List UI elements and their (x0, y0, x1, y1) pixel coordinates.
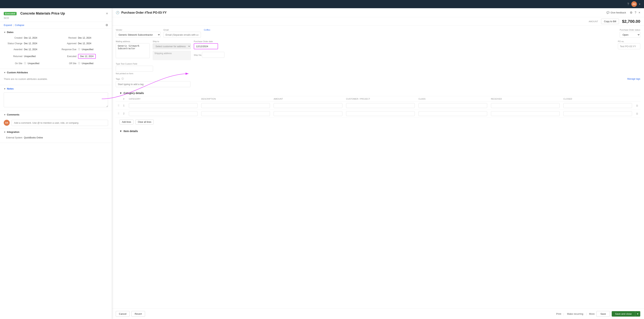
save-close-group: Save and close ▾ (612, 311, 640, 317)
category-input[interactable] (129, 111, 198, 116)
po-header: 🕐 Purchase Order #Test PO-03-YY 💬 Give f… (112, 8, 644, 17)
closed-input[interactable] (563, 111, 632, 116)
email-input[interactable] (164, 32, 201, 38)
col-delete (634, 96, 640, 102)
date-row: Off Site ⓘ Unspecified (58, 61, 108, 66)
date-label: Executed (58, 55, 76, 58)
dates-content: Created Dec 12, 2024 Revised Dec 12, 202… (0, 35, 112, 69)
comment-input-row: AA (4, 120, 108, 126)
po-header-actions: 💬 Give feedback ⚙ ? × (605, 10, 640, 15)
item-details-header[interactable]: ▼ Item details (116, 128, 640, 134)
expand-link[interactable]: Expand (4, 24, 12, 26)
notes-header[interactable]: ▼ Notes (0, 85, 112, 92)
external-system-label: External System (4, 136, 22, 139)
separator: | (586, 313, 587, 315)
date-value: Dec 12, 2024 (24, 36, 37, 39)
date-value: Dec 12, 2024 (24, 48, 37, 51)
date-value: Unspecified (28, 62, 40, 65)
ship-to-select[interactable]: Select customer for address (153, 43, 191, 49)
mailing-address-textarea[interactable]: Generic Sitework Subcontractor (116, 43, 150, 58)
more-button[interactable]: More (589, 313, 595, 315)
vendor-select[interactable]: Generic Sitework Subcontractor (116, 32, 160, 38)
class-input[interactable] (418, 111, 487, 116)
close-button[interactable]: × (106, 11, 108, 15)
email-field: Email (164, 29, 201, 38)
notes-section: ▼ Notes (0, 85, 112, 111)
po-form: Vendor Generic Sitework Subcontractor Em… (112, 26, 644, 137)
add-lines-button[interactable]: Add lines (120, 120, 134, 124)
chevron-down-icon: ▼ (120, 130, 122, 133)
description-input[interactable] (201, 103, 270, 108)
table-header-row: # CATEGORY DESCRIPTION AMOUNT CUSTOMER /… (116, 96, 640, 102)
integration-header[interactable]: ▼ Integration (0, 128, 112, 135)
ship-via-input[interactable] (202, 52, 224, 58)
table-row: ⠿ 2 🗑 (116, 110, 640, 118)
email-label: Email (164, 29, 201, 31)
description-input[interactable] (201, 111, 270, 116)
manage-tags-link[interactable]: Manage tags (628, 78, 640, 80)
shipping-address-label: Shipping address (154, 52, 172, 55)
col-amount: AMOUNT (272, 96, 344, 102)
vendor-label: Vendor (116, 29, 160, 31)
delete-row-icon[interactable]: 🗑 (636, 112, 638, 115)
notes-textarea[interactable] (4, 92, 108, 107)
col-num: # (121, 96, 127, 102)
avatar-dropdown-icon[interactable]: ▾ (639, 3, 640, 5)
cc-bcc-field: Cc/Bcc (204, 29, 222, 38)
comments-header[interactable]: ▼ Comments (0, 111, 112, 117)
delete-row-icon[interactable]: 🗑 (636, 104, 638, 107)
category-details-header[interactable]: ▼ Category details (116, 90, 640, 96)
amount-input[interactable] (274, 103, 342, 108)
print-button[interactable]: Print (556, 313, 561, 315)
dates-section-header[interactable]: ▼ Dates (0, 28, 112, 35)
customer-input[interactable] (346, 111, 415, 116)
po-date-input[interactable] (194, 43, 218, 49)
settings-icon[interactable]: ⚙ (106, 23, 108, 27)
amount-input[interactable] (274, 111, 342, 116)
custom-attrs-header[interactable]: ▼ Custom Attributes (0, 69, 112, 75)
copy-to-bill-button[interactable]: Copy to Bill (601, 19, 619, 24)
close-button[interactable]: × (638, 11, 640, 14)
right-panel: 🕐 Purchase Order #Test PO-03-YY 💬 Give f… (112, 8, 644, 319)
received-input[interactable] (491, 103, 560, 108)
user-avatar-button[interactable]: AA (631, 1, 637, 7)
status-badge: Executed (4, 12, 16, 15)
closed-input[interactable] (563, 103, 632, 108)
date-row: Approved Dec 12, 2024 (58, 41, 108, 45)
po-no-input[interactable] (618, 43, 640, 49)
collapse-link[interactable]: Collapse (15, 24, 24, 26)
drag-handle[interactable]: ⠿ (118, 104, 120, 107)
category-input[interactable] (129, 103, 198, 108)
make-recurring-button[interactable]: Make recurring (566, 313, 584, 315)
save-button[interactable]: Save (596, 311, 610, 317)
save-close-button[interactable]: Save and close (612, 311, 635, 317)
comment-input[interactable] (12, 120, 108, 126)
settings-button[interactable]: ⚙ (630, 11, 632, 14)
cancel-button[interactable]: Cancel (116, 311, 130, 317)
integration-content: External System QuickBooks Online (0, 135, 112, 143)
amount-value: $2,700.00 (622, 19, 640, 24)
custom-field-input[interactable] (116, 66, 153, 72)
date-label: Off Site (58, 62, 76, 65)
help-icon[interactable]: ? (627, 2, 629, 6)
date-row: Revised Dec 12, 2024 (58, 36, 108, 40)
vendor-field: Vendor Generic Sitework Subcontractor (116, 29, 160, 38)
clear-all-lines-button[interactable]: Clear all lines (135, 120, 154, 124)
custom-field-label: Type Test Custom Field (116, 63, 153, 65)
ship-to-label: Ship to (153, 40, 191, 42)
amount-section: AMOUNT Copy to Bill $2,700.00 (112, 17, 644, 26)
address-section: Mailing address Generic Sitework Subcont… (116, 40, 640, 60)
class-input[interactable] (418, 103, 487, 108)
save-close-dropdown-button[interactable]: ▾ (635, 311, 640, 317)
drag-handle[interactable]: ⠿ (118, 112, 120, 115)
no-attrs-text: There are no custom attributes available… (4, 76, 108, 82)
po-status-select[interactable]: Open (620, 32, 640, 38)
customer-input[interactable] (346, 103, 415, 108)
tags-input[interactable] (116, 81, 190, 87)
received-input[interactable] (491, 111, 560, 116)
give-feedback-button[interactable]: 💬 Give feedback (605, 10, 628, 15)
help-button[interactable]: ? (635, 11, 636, 14)
revert-button[interactable]: Revert (132, 311, 145, 317)
col-received: RECEIVED (489, 96, 562, 102)
chevron-down-icon: ▼ (120, 92, 122, 95)
